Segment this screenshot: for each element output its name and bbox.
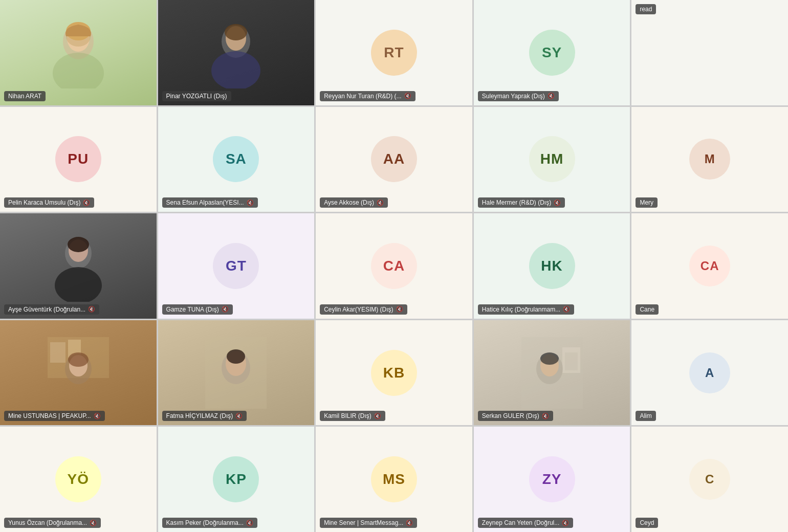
suleyman-avatar: SY xyxy=(529,30,575,76)
fatma-name-label: Fatma HİÇYILMAZ (Dış) xyxy=(166,412,233,419)
kasim-mic-icon: 🔇 xyxy=(246,520,253,526)
participant-cell-sena[interactable]: SA Sena Efsun Alpaslan(YESI... 🔇 xyxy=(158,107,315,212)
participant-cell-nihan[interactable]: Nihan ARAT xyxy=(0,0,157,105)
ceyd-avatar: C xyxy=(689,459,730,500)
hale-name-label: Hale Mermer (R&D) (Dış) xyxy=(482,199,551,206)
svg-point-11 xyxy=(68,237,89,252)
pinar-name-label: Pinar YOZGATLI (Dış) xyxy=(166,93,227,100)
ayse-akkose-mic-icon: 🔇 xyxy=(377,199,384,206)
alim-avatar: A xyxy=(689,352,730,393)
suleyman-mic-icon: 🔇 xyxy=(548,93,555,99)
hale-name-badge: Hale Mermer (R&D) (Dış) 🔇 xyxy=(478,197,565,208)
participant-cell-serkan[interactable]: Serkan GULER (Dış) 🔇 xyxy=(474,320,630,426)
hatice-avatar: HK xyxy=(529,243,575,289)
sena-mic-icon: 🔇 xyxy=(247,199,254,206)
alim-name-label: Alim xyxy=(640,412,651,419)
hatice-name-badge: Hatice Kılıç (Doğrulanmam... 🔇 xyxy=(478,304,574,315)
svg-point-28 xyxy=(540,352,559,365)
ceyd-name-label: Ceyd xyxy=(640,519,654,526)
read-name-label: read xyxy=(640,6,652,13)
svg-point-22 xyxy=(227,349,245,364)
participant-cell-suleyman[interactable]: SY Suleyman Yaprak (Dış) 🔇 xyxy=(474,0,630,105)
participant-cell-mery[interactable]: M Mery xyxy=(631,107,788,212)
participant-cell-mine-sener[interactable]: MS Mine Sener | SmartMessag... 🔇 xyxy=(316,427,472,532)
participant-cell-hale[interactable]: HM Hale Mermer (R&D) (Dış) 🔇 xyxy=(474,107,630,212)
participant-cell-cane[interactable]: CA Cane xyxy=(631,213,788,319)
mine-mic-icon: 🔇 xyxy=(94,413,101,419)
pinar-name-badge: Pinar YOZGATLI (Dış) xyxy=(162,91,231,101)
sena-avatar: SA xyxy=(213,136,259,182)
sena-name-label: Sena Efsun Alpaslan(YESI... xyxy=(166,199,244,206)
hale-avatar: HM xyxy=(529,136,575,182)
pelin-avatar: PU xyxy=(55,136,101,182)
kamil-name-label: Kamil BILIR (Dış) xyxy=(324,412,371,419)
cane-name-badge: Cane xyxy=(636,304,659,315)
participant-cell-kamil[interactable]: KB Kamil BILIR (Dış) 🔇 xyxy=(316,320,472,426)
zeynep-name-badge: Zeynep Can Yeten (Doğrul... 🔇 xyxy=(478,518,573,528)
yunus-name-label: Yunus Özcan (Doğrulanma... xyxy=(8,519,87,526)
suleyman-name-badge: Suleyman Yaprak (Dış) 🔇 xyxy=(478,91,559,101)
zeynep-name-label: Zeynep Can Yeten (Doğrul... xyxy=(482,519,559,526)
reyyan-mic-icon: 🔇 xyxy=(404,93,411,99)
yunus-avatar: YÖ xyxy=(55,456,101,502)
participant-cell-ayse-guventurk[interactable]: Ayşe Güventürk (Doğrulan... 🔇 xyxy=(0,213,157,319)
participant-cell-read[interactable]: read xyxy=(631,0,788,105)
kamil-mic-icon: 🔇 xyxy=(374,413,381,419)
zeynep-mic-icon: 🔇 xyxy=(562,520,569,526)
participant-cell-fatma[interactable]: Fatma HİÇYILMAZ (Dış) 🔇 xyxy=(158,320,315,426)
mine-sener-mic-icon: 🔇 xyxy=(406,520,413,526)
kasim-name-label: Kasım Peker (Doğrulanma... xyxy=(166,519,244,526)
gamze-name-label: Gamze TUNA (Dış) xyxy=(166,306,219,313)
nihan-video xyxy=(0,0,157,105)
fatma-video xyxy=(158,320,315,426)
cane-name-label: Cane xyxy=(640,306,654,313)
svg-point-1 xyxy=(53,53,104,88)
mine-name-badge: Mine USTUNBAS | PEAKUP... 🔇 xyxy=(4,411,105,421)
ayse-akkose-avatar: AA xyxy=(371,136,417,182)
participant-cell-mine[interactable]: Mine USTUNBAS | PEAKUP... 🔇 xyxy=(0,320,157,426)
mine-video xyxy=(0,320,157,426)
ayse-akkose-name-badge: Ayse Akkose (Dış) 🔇 xyxy=(320,197,388,208)
hale-mic-icon: 🔇 xyxy=(554,199,561,206)
zeynep-avatar: ZY xyxy=(529,456,575,502)
ayse-guventurk-name-label: Ayşe Güventürk (Doğrulan... xyxy=(8,306,85,313)
nihan-name-badge: Nihan ARAT xyxy=(4,91,46,101)
ceylin-mic-icon: 🔇 xyxy=(396,306,403,313)
pelin-mic-icon: 🔇 xyxy=(83,199,90,206)
ceylin-avatar: CA xyxy=(371,243,417,289)
participant-cell-yunus[interactable]: YÖ Yunus Özcan (Doğrulanma... 🔇 xyxy=(0,427,157,532)
suleyman-name-label: Suleyman Yaprak (Dış) xyxy=(482,93,545,100)
participant-cell-zeynep[interactable]: ZY Zeynep Can Yeten (Doğrul... 🔇 xyxy=(474,427,630,532)
ceyd-name-badge: Ceyd xyxy=(636,518,658,528)
participant-cell-pelin[interactable]: PU Pelin Karaca Umsulu (Dış) 🔇 xyxy=(0,107,157,212)
kamil-avatar: KB xyxy=(371,350,417,396)
ceylin-name-label: Ceylin Akar(YESIM) (Dış) xyxy=(324,306,393,313)
participant-cell-pinar[interactable]: Pinar YOZGATLI (Dış) xyxy=(158,0,315,105)
video-grid: Nihan ARAT Pinar YOZGATLI (Dış) RT Reyya… xyxy=(0,0,788,532)
serkan-name-badge: Serkan GULER (Dış) 🔇 xyxy=(478,411,553,421)
participant-cell-hatice[interactable]: HK Hatice Kılıç (Doğrulanmam... 🔇 xyxy=(474,213,630,319)
participant-cell-ceylin[interactable]: CA Ceylin Akar(YESIM) (Dış) 🔇 xyxy=(316,213,472,319)
gamze-name-badge: Gamze TUNA (Dış) 🔇 xyxy=(162,304,233,315)
svg-rect-14 xyxy=(50,342,65,363)
reyyan-name-badge: Reyyan Nur Turan (R&D) (... 🔇 xyxy=(320,91,415,101)
participant-cell-kasim[interactable]: KP Kasım Peker (Doğrulanma... 🔇 xyxy=(158,427,315,532)
alim-name-badge: Alim xyxy=(636,411,655,421)
participant-cell-gamze[interactable]: GT Gamze TUNA (Dış) 🔇 xyxy=(158,213,315,319)
mine-sener-name-badge: Mine Sener | SmartMessag... 🔇 xyxy=(320,518,417,528)
participant-cell-ceyd[interactable]: C Ceyd xyxy=(631,427,788,532)
sena-name-badge: Sena Efsun Alpaslan(YESI... 🔇 xyxy=(162,197,258,208)
serkan-name-label: Serkan GULER (Dış) xyxy=(482,412,539,419)
reyyan-avatar: RT xyxy=(371,30,417,76)
mine-sener-avatar: MS xyxy=(371,456,417,502)
cane-avatar: CA xyxy=(689,246,730,286)
kasim-name-badge: Kasım Peker (Doğrulanma... 🔇 xyxy=(162,518,257,528)
participant-cell-reyyan[interactable]: RT Reyyan Nur Turan (R&D) (... 🔇 xyxy=(316,0,472,105)
participant-cell-ayse-akkose[interactable]: AA Ayse Akkose (Dış) 🔇 xyxy=(316,107,472,212)
mery-avatar: M xyxy=(689,139,730,180)
svg-point-7 xyxy=(225,24,247,40)
kamil-name-badge: Kamil BILIR (Dış) 🔇 xyxy=(320,411,385,421)
ayse-guventurk-video xyxy=(0,213,157,319)
participant-cell-alim[interactable]: A Alim xyxy=(631,320,788,426)
yunus-mic-icon: 🔇 xyxy=(90,520,97,526)
